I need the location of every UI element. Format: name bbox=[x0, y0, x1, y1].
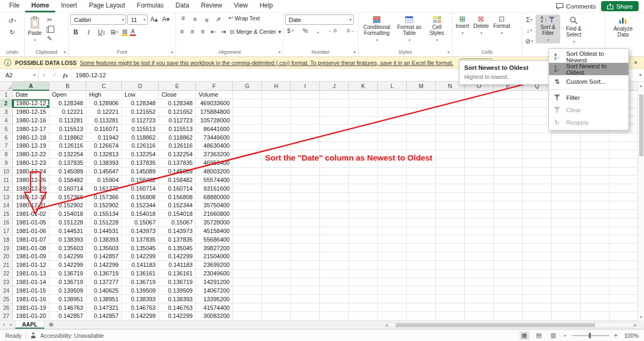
column-header-A[interactable]: A bbox=[13, 82, 49, 91]
cell-P20[interactable] bbox=[494, 252, 523, 261]
cell-K10[interactable] bbox=[349, 168, 378, 176]
menu-tab-formulas[interactable]: Formulas bbox=[131, 0, 170, 12]
column-header-E[interactable]: E bbox=[159, 82, 196, 91]
cell-F4[interactable]: 105728000 bbox=[196, 117, 233, 125]
align-top-icon[interactable]: ≡ bbox=[178, 14, 188, 24]
cell-E25[interactable]: 0.138393 bbox=[159, 295, 196, 303]
cell-E7[interactable]: 0.126116 bbox=[159, 142, 196, 150]
scroll-up-icon[interactable]: ▲ bbox=[639, 82, 643, 89]
cell-F2[interactable]: 469033600 bbox=[196, 99, 233, 108]
cell-G12[interactable] bbox=[233, 184, 262, 193]
cell-K18[interactable] bbox=[349, 235, 378, 244]
cell-O6[interactable] bbox=[465, 133, 494, 142]
row-header-17[interactable]: 17 bbox=[0, 227, 13, 236]
cell-S26[interactable] bbox=[581, 303, 610, 312]
cell-O16[interactable] bbox=[465, 219, 494, 227]
cell-B24[interactable]: 0.139509 bbox=[49, 286, 86, 295]
cell-C6[interactable]: 0.11942 bbox=[86, 133, 122, 142]
cell-P22[interactable] bbox=[494, 270, 523, 278]
cell-H14[interactable] bbox=[262, 201, 291, 210]
cell-N12[interactable] bbox=[436, 184, 465, 193]
cell-L15[interactable] bbox=[378, 210, 407, 219]
cell-F18[interactable]: 55686400 bbox=[196, 235, 233, 244]
cell-B8[interactable]: 0.132254 bbox=[49, 150, 86, 159]
cell-N17[interactable] bbox=[436, 227, 465, 236]
select-all-corner[interactable] bbox=[0, 82, 13, 91]
percent-style-icon[interactable]: % bbox=[303, 27, 308, 34]
cell-B1[interactable]: Open bbox=[49, 91, 86, 99]
cell-Q27[interactable] bbox=[523, 312, 552, 321]
cell-L27[interactable] bbox=[378, 312, 407, 321]
row-header-26[interactable]: 26 bbox=[0, 303, 13, 312]
cell-E9[interactable]: 0.137835 bbox=[159, 159, 196, 168]
cell-C4[interactable]: 0.113281 bbox=[86, 117, 122, 125]
cell-K9[interactable] bbox=[349, 159, 378, 168]
cell-K22[interactable] bbox=[349, 270, 378, 278]
column-header-M[interactable]: M bbox=[407, 82, 436, 91]
cell-T11[interactable] bbox=[610, 176, 638, 184]
cell-F6[interactable]: 73449600 bbox=[196, 133, 233, 142]
cell-F14[interactable]: 35750400 bbox=[196, 201, 233, 210]
cell-K11[interactable] bbox=[349, 176, 378, 184]
styles-launcher-icon[interactable]: ▾ bbox=[446, 50, 451, 55]
cell-Q11[interactable] bbox=[523, 176, 552, 184]
cell-J18[interactable] bbox=[320, 235, 349, 244]
number-launcher-icon[interactable]: ▾ bbox=[352, 50, 357, 55]
cell-L13[interactable] bbox=[378, 193, 407, 201]
cell-T26[interactable] bbox=[610, 303, 638, 312]
cell-F26[interactable]: 41574400 bbox=[196, 303, 233, 312]
cell-A16[interactable]: 1981-01-05 bbox=[13, 219, 49, 227]
cell-C14[interactable]: 0.152902 bbox=[86, 201, 122, 210]
cell-C24[interactable]: 0.140625 bbox=[86, 286, 122, 295]
cell-I13[interactable] bbox=[291, 193, 320, 201]
cell-H23[interactable] bbox=[262, 278, 291, 287]
cell-G5[interactable] bbox=[233, 125, 262, 133]
add-sheet-button[interactable]: ⊕ bbox=[45, 321, 58, 329]
cell-I15[interactable] bbox=[291, 210, 320, 219]
column-header-K[interactable]: K bbox=[349, 82, 378, 91]
cell-G23[interactable] bbox=[233, 278, 262, 287]
cell-L3[interactable] bbox=[378, 108, 407, 117]
cell-B6[interactable]: 0.118862 bbox=[49, 133, 86, 142]
cell-E3[interactable]: 0.121652 bbox=[159, 108, 196, 117]
cell-G13[interactable] bbox=[233, 193, 262, 201]
cell-M11[interactable] bbox=[407, 176, 436, 184]
cell-E23[interactable]: 0.136719 bbox=[159, 278, 196, 287]
vertical-scrollbar[interactable]: ▲ ▼ bbox=[638, 82, 644, 321]
cell-A8[interactable]: 1980-12-22 bbox=[13, 150, 49, 159]
cell-S20[interactable] bbox=[581, 252, 610, 261]
cell-T27[interactable] bbox=[610, 312, 638, 321]
cell-O26[interactable] bbox=[465, 303, 494, 312]
cell-E10[interactable]: 0.145089 bbox=[159, 168, 196, 176]
cell-J2[interactable] bbox=[320, 99, 349, 108]
cell-G15[interactable] bbox=[233, 210, 262, 219]
cell-S10[interactable] bbox=[581, 168, 610, 176]
cell-I25[interactable] bbox=[291, 295, 320, 303]
cell-F8[interactable]: 37363200 bbox=[196, 150, 233, 159]
cell-P3[interactable] bbox=[494, 108, 523, 117]
cell-J12[interactable] bbox=[320, 184, 349, 193]
cell-P4[interactable] bbox=[494, 117, 523, 125]
cell-M18[interactable] bbox=[407, 235, 436, 244]
increase-indent-icon[interactable]: ⇥ bbox=[219, 27, 228, 37]
row-header-12[interactable]: 12 bbox=[0, 184, 13, 193]
align-bottom-icon[interactable]: ≡ bbox=[201, 14, 212, 24]
cell-F21[interactable]: 23699200 bbox=[196, 261, 233, 270]
cell-B9[interactable]: 0.137835 bbox=[49, 159, 86, 168]
cell-P27[interactable] bbox=[494, 312, 523, 321]
close-message-icon[interactable]: × bbox=[632, 59, 640, 67]
cell-B22[interactable]: 0.136719 bbox=[49, 270, 86, 278]
row-header-16[interactable]: 16 bbox=[0, 219, 13, 227]
cell-Q16[interactable] bbox=[523, 219, 552, 227]
cell-E19[interactable]: 0.135045 bbox=[159, 244, 196, 252]
cell-G1[interactable] bbox=[233, 91, 262, 99]
cell-G4[interactable] bbox=[233, 117, 262, 125]
cell-Q10[interactable] bbox=[523, 168, 552, 176]
cell-E13[interactable]: 0.156808 bbox=[159, 193, 196, 201]
cell-D8[interactable]: 0.132254 bbox=[122, 150, 159, 159]
row-header-20[interactable]: 20 bbox=[0, 252, 13, 261]
cell-Q14[interactable] bbox=[523, 201, 552, 210]
cell-D1[interactable]: Low bbox=[122, 91, 159, 99]
analyze-data-button[interactable]: Analyze Data bbox=[608, 14, 638, 38]
cell-S11[interactable] bbox=[581, 176, 610, 184]
